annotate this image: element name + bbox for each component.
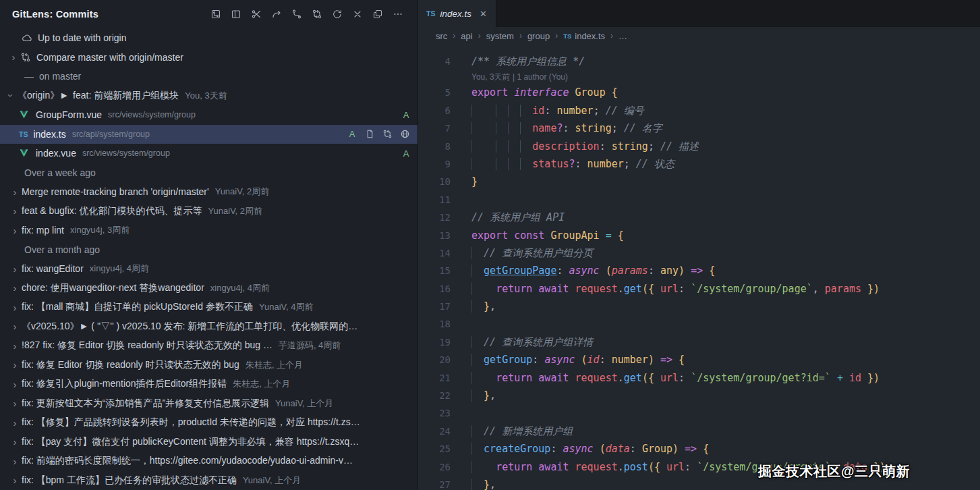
file-row[interactable]: TSindex.tssrc/api/system/groupA (0, 125, 417, 144)
commit-message: fix: 【pay 支付】微信支付 publicKeyContent 调整为非必… (22, 436, 359, 448)
breadcrumb-item[interactable]: TSindex.ts (563, 31, 605, 41)
commit-message: Merge remote-tracking branch 'origin/mas… (22, 186, 209, 197)
code-line[interactable]: 10} (418, 173, 980, 190)
close-icon[interactable] (351, 8, 364, 20)
code-line[interactable]: 14 // 查询系统用户组分页 (418, 244, 980, 262)
breadcrumb-item[interactable]: system (486, 31, 514, 41)
breadcrumb-separator: › (610, 31, 613, 40)
code-line[interactable]: 5export interface Group { (418, 84, 980, 101)
status-row[interactable]: Up to date with origin (0, 28, 417, 48)
file-path: src/views/system/group (82, 148, 170, 158)
commit-row[interactable]: ›《v2025.10》► ( ''▽'' ) v2025.10 发布: 新增工作… (0, 317, 417, 337)
commit-row[interactable]: ›fix: 【pay 支付】微信支付 publicKeyContent 调整为非… (0, 433, 417, 452)
chevron-right-icon: › (8, 341, 22, 351)
commit-meta: 芋道源码, 4周前 (279, 339, 341, 352)
layout-icon[interactable] (230, 8, 242, 20)
code-line[interactable]: 19 // 查询系统用户组详情 (418, 333, 980, 351)
code-line[interactable]: 18 (418, 315, 980, 333)
codelens: You, 3天前 | 1 author (You) (418, 70, 980, 84)
file-row[interactable]: GroupForm.vuesrc/views/system/groupA (0, 105, 417, 125)
breadcrumb-separator: › (478, 31, 481, 40)
code-line[interactable]: 25 createGroup: async (data: Group) => { (418, 440, 980, 458)
commit-row[interactable]: ›fix: wangEditorxingyu4j, 4周前 (0, 259, 417, 279)
line-number: 11 (418, 191, 451, 209)
commit-row[interactable]: ›fix: 修复 Editor 切换 readonly 时只读状态无效的 bug… (0, 356, 417, 375)
code-line[interactable]: 12// 系统用户组 API (418, 209, 980, 226)
line-number: 27 (418, 476, 451, 490)
close-icon[interactable]: ✕ (480, 9, 487, 19)
redo-icon[interactable] (270, 8, 283, 20)
commit-row[interactable]: ›fix: 前端的密码长度限制统一，https://gitee.com/yuda… (0, 452, 417, 471)
branch-row[interactable]: ›《origin》►feat: 前端新增用户组模块You, 3天前 (0, 86, 417, 106)
code-line[interactable]: 8 description: string; // 描述 (418, 138, 980, 155)
commit-row[interactable]: ›!827 fix: 修复 Editor 切换 readonly 时只读状态无效… (0, 336, 417, 356)
chevron-right-icon: › (8, 283, 22, 293)
sidebar-toolbar (210, 8, 404, 20)
commit-row[interactable]: ›fix: 修复引入plugin-mention插件后Editor组件报错朱桂志… (0, 375, 417, 394)
file-row[interactable]: index.vuesrc/views/system/groupA (0, 144, 417, 163)
commit-message: fix: 修复引入plugin-mention插件后Editor组件报错 (22, 378, 227, 390)
line-number: 25 (418, 440, 451, 458)
commit-row[interactable]: ›fix: 【修复】产品跳转到设备列表时，productId 未传递的问题，对应… (0, 413, 417, 433)
code-line[interactable]: 23 (418, 404, 980, 422)
line-number: 16 (418, 280, 451, 298)
code-line[interactable]: 21 return await request.get({ url: `/sys… (418, 369, 980, 387)
code-line[interactable]: 4/** 系统用户组信息 */ (418, 53, 980, 70)
breadcrumb-separator: › (519, 31, 522, 40)
commit-row[interactable]: ›fix: 更新按钮文本为“添加销售产品”并修复支付信息展示逻辑YunaiV, … (0, 394, 417, 414)
breadcrumb-item[interactable]: group (527, 31, 550, 41)
commit-row[interactable]: ›Merge remote-tracking branch 'origin/ma… (0, 182, 417, 202)
code-line[interactable]: 13export const GroupApi = { (418, 227, 980, 244)
ts-icon: TS (426, 9, 435, 18)
section-label: Over a week ago (24, 167, 96, 178)
line-number: 8 (418, 138, 451, 155)
code-line[interactable]: 24 // 新增系统用户组 (418, 423, 980, 440)
commit-message: fix: 【mall 商城】自提订单的 pickUpStoreId 参数不正确 (22, 301, 253, 313)
added-badge: A (401, 148, 411, 159)
tab-bar: TS index.ts ✕ (418, 0, 980, 27)
chevron-right-icon: › (8, 187, 22, 197)
commit-meta: YunaiV, 2周前 (215, 186, 269, 198)
open-changes-icon[interactable] (382, 129, 393, 140)
refresh-icon[interactable] (331, 8, 343, 20)
compare-branches-icon[interactable] (311, 8, 323, 20)
scissors-icon[interactable] (250, 8, 262, 20)
commit-message: fix: wangEditor (22, 263, 84, 274)
breadcrumb-label: group (527, 31, 550, 41)
commit-row[interactable]: ›fix: 【bpm 工作流】已办任务的审批状态过滤不正确YunaiV, 上个月 (0, 471, 417, 490)
code-line[interactable]: 20 getGroup: async (id: number) => { (418, 351, 980, 369)
commit-row[interactable]: ›chore: 使用wangeditor-next 替换wangeditorxi… (0, 279, 417, 298)
commit-message: feat & bugfix: 优化部门模块的代码、提示等 (22, 205, 202, 217)
commit-row[interactable]: ›fix: mp lintxingyu4j, 3周前 (0, 221, 417, 240)
repo-graph-icon[interactable] (210, 8, 222, 20)
commit-message: fix: 修复 Editor 切换 readonly 时只读状态无效的 bug (22, 359, 239, 371)
code-line[interactable]: 16 return await request.get({ url: `/sys… (418, 280, 980, 298)
tab-index-ts[interactable]: TS index.ts ✕ (418, 0, 496, 27)
code-line[interactable]: 15 getGroupPage: async (params: any) => … (418, 262, 980, 279)
code-line[interactable]: 11 (418, 191, 980, 209)
more-actions-icon[interactable] (392, 8, 404, 20)
line-number: 19 (418, 333, 451, 351)
code-line[interactable]: 9 status?: number; // 状态 (418, 155, 980, 173)
code-line[interactable]: 17 }, (418, 298, 980, 315)
chevron-right-icon: › (8, 475, 22, 485)
line-number: 12 (418, 209, 451, 226)
open-file-icon[interactable] (365, 129, 376, 140)
code-line[interactable]: 7 name?: string; // 名字 (418, 119, 980, 137)
plain-row[interactable]: —on master (0, 67, 417, 86)
breadcrumb-item[interactable]: … (618, 31, 627, 41)
section-row: Over a month ago (0, 240, 417, 260)
open-remote-icon[interactable] (400, 129, 411, 140)
breadcrumb-item[interactable]: api (461, 31, 472, 41)
status-label: Up to date with origin (38, 32, 127, 43)
breadcrumb-item[interactable]: src (436, 31, 447, 41)
code-line[interactable]: 22 }, (418, 387, 980, 404)
commit-graph-icon[interactable] (291, 8, 303, 20)
copy-icon[interactable] (372, 8, 384, 20)
commit-row[interactable]: ›fix: 【mall 商城】自提订单的 pickUpStoreId 参数不正确… (0, 298, 417, 317)
code-line[interactable]: 6 id: number; // 编号 (418, 102, 980, 119)
compare-row[interactable]: ›Compare master with origin/master (0, 48, 417, 67)
commit-row[interactable]: ›feat & bugfix: 优化部门模块的代码、提示等YunaiV, 2周前 (0, 202, 417, 221)
file-actions (365, 129, 411, 140)
code-area[interactable]: 4/** 系统用户组信息 */You, 3天前 | 1 author (You)… (418, 45, 980, 490)
